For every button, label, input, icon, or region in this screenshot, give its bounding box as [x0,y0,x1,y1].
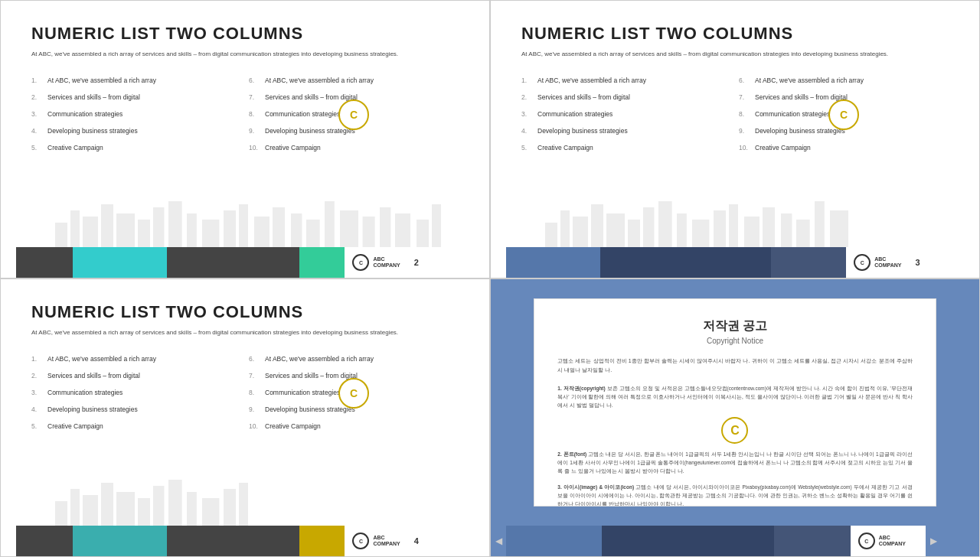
list-item: 2.Services and skills – from digital [31,90,241,106]
list-item: 3.Communication strategies [31,385,241,402]
logo-circle-4: C [858,533,875,549]
svg-rect-46 [138,498,150,526]
footer-bar-3a [16,526,73,556]
slide-2-subtitle: At ABC, we've assembled a rich array of … [521,50,949,59]
copyright-box: 저작권 공고 Copyright Notice 고템소 세트는 상업적이 전비 … [534,298,936,507]
svg-rect-29 [643,207,654,247]
page-number: 2 [408,247,425,278]
svg-rect-31 [677,213,687,247]
svg-rect-22 [432,204,441,247]
svg-rect-41 [55,501,67,526]
slide-2-list: 1.At ABC, we've assembled a rich array 2… [521,73,949,156]
svg-rect-50 [202,498,219,526]
svg-rect-25 [573,217,588,247]
list-item: 2.Services and skills – from digital [521,90,731,106]
svg-rect-15 [306,220,320,247]
svg-rect-18 [363,217,375,247]
svg-rect-45 [116,492,135,526]
svg-rect-24 [560,210,570,247]
list-item: 6.At ABC, we've assembled a rich array [249,73,459,90]
footer-bar-2 [600,247,770,278]
copyright-intro: 고템소 세트는 상업적이 전비 1종만 함부러 솔력는 시세이 않여주시시 바랍… [557,357,912,375]
svg-rect-28 [628,220,640,247]
list-item: 5.Creative Campaign [31,140,241,157]
footer-bar-green [299,247,345,278]
slide-1-list-left: 1.At ABC, we've assembled a rich array 2… [31,73,241,156]
slide-2-logo: C [828,99,859,130]
logo-text-4: ABCCOMPANY [879,535,906,548]
footer-bar-3 [771,247,847,278]
copyright-logo: C [721,417,748,444]
next-arrow-3[interactable]: ▶ [425,526,440,556]
prev-arrow-4[interactable]: ◀ [491,526,506,556]
logo-text-2: ABCCOMPANY [874,256,901,269]
list-item: 4.Developing business strategies [31,123,241,140]
footer-bar-3b [73,526,167,556]
svg-rect-1 [70,210,80,247]
svg-rect-33 [714,210,726,247]
page-number-2: 3 [910,247,926,278]
list-item: 6.At ABC, we've assembled a rich array [249,351,459,368]
prev-arrow-2[interactable]: ◀ [491,247,506,278]
footer-bar-3d [299,526,345,556]
prev-arrow[interactable]: ◀ [1,247,16,278]
svg-rect-14 [291,213,302,247]
footer-logo: C ABCCOMPANY [345,247,407,278]
slide-4: 저작권 공고 Copyright Notice 고템소 세트는 상업적이 전비 … [490,278,980,557]
logo-circle-2: C [854,254,871,271]
slide-4-footer: ◀ C ABCCOMPANY ▶ [491,526,979,556]
svg-rect-5 [138,220,150,247]
list-item: 4.Developing business strategies [521,123,731,140]
svg-rect-35 [744,217,760,247]
svg-rect-16 [325,201,335,247]
slide-3-logo: C [338,378,369,409]
slide-3-footer: ◀ C ABCCOMPANY 4 ▶ [1,526,489,556]
slide-2-title: NUMERIC LIST TWO COLUMNS [521,24,949,44]
svg-rect-42 [70,489,80,526]
logo-text-3: ABCCOMPANY [373,535,400,548]
footer-bar-4c [774,526,851,556]
footer-bar-3c [167,526,299,556]
footer-bar-4a [506,526,602,556]
svg-rect-2 [83,217,98,247]
slide-1-subtitle: At ABC, we've assembled a rich array of … [31,50,459,59]
footer-bar-1 [506,247,600,278]
svg-rect-49 [187,492,197,526]
slide-1-logo: C [338,99,369,130]
slide-3-list-right: C 6.At ABC, we've assembled a rich array… [249,351,459,435]
svg-rect-44 [101,483,113,526]
svg-rect-40 [830,210,848,247]
slide-1-footer: ◀ C ABCCOMPANY 2 ▶ [1,247,489,278]
svg-rect-47 [153,486,164,526]
list-item: 1.At ABC, we've assembled a rich array [31,351,241,368]
slide-3: NUMERIC LIST TWO COLUMNS At ABC, we've a… [0,278,490,557]
copyright-section-1-text: 1. 저작권(copyright) 보존 고템소의 요청 및 서적은은 고템소들… [557,384,912,409]
skyline-bg-3 [1,464,489,526]
svg-rect-13 [273,207,285,247]
svg-rect-37 [781,213,792,247]
slide-1-list-right: C 6.At ABC, we've assembled a rich array… [249,73,459,156]
next-arrow-4[interactable]: ▶ [926,526,941,556]
next-arrow[interactable]: ▶ [425,247,440,278]
prev-arrow-3[interactable]: ◀ [1,526,16,556]
svg-rect-39 [815,201,825,247]
list-item: 5.Creative Campaign [31,419,241,435]
svg-rect-34 [729,204,738,247]
copyright-section-1: 1. 저작권(copyright) 보존 고템소의 요청 및 서적은은 고템소들… [557,384,912,409]
svg-rect-3 [101,204,113,247]
list-item: 1.At ABC, we've assembled a rich array [31,73,241,90]
slide-1: NUMERIC LIST TWO COLUMNS At ABC, we've a… [0,0,490,278]
footer-logo-4: C ABCCOMPANY [851,526,913,556]
copyright-title-en: Copyright Notice [557,337,912,345]
svg-rect-23 [545,223,557,247]
svg-rect-32 [692,220,709,247]
footer-bar-teal [73,247,167,278]
footer-bar-dark2 [167,247,299,278]
svg-rect-0 [55,223,67,247]
next-arrow-2[interactable]: ▶ [926,247,942,278]
list-item: 3.Communication strategies [31,106,241,123]
footer-logo-3: C ABCCOMPANY [345,526,407,556]
copyright-section-2-text: 2. 폰트(font) 고템소 내은 당 서시은, 한글 폰느 내어이 1급글픽… [557,450,912,475]
svg-rect-19 [380,207,390,247]
svg-rect-43 [83,495,98,526]
